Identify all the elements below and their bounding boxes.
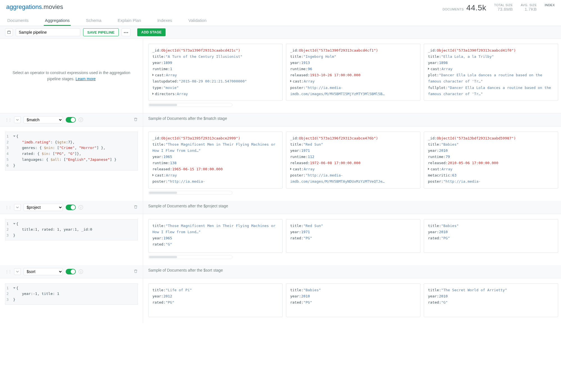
- stage-enabled-toggle[interactable]: [66, 269, 76, 274]
- tab-indexes[interactable]: Indexes: [156, 16, 173, 26]
- document-card[interactable]: title:"Babies"year:2010rated:"PG": [286, 283, 420, 317]
- stage-operator-select[interactable]: $project: [24, 204, 63, 211]
- document-card[interactable]: title:"Life of Pi"year:2012rated:"PG": [148, 283, 283, 317]
- stage-project: ⋮⋮$projectiSample of Documents after the…: [0, 201, 561, 265]
- open-pipeline-icon[interactable]: [5, 28, 13, 36]
- tab-schema[interactable]: Schema: [85, 16, 102, 26]
- breadcrumb: aggregations.movies: [6, 3, 63, 11]
- stage-operator-select[interactable]: $match: [24, 116, 63, 123]
- svg-rect-0: [8, 31, 11, 34]
- learn-more-link[interactable]: Learn more: [75, 77, 96, 81]
- sample-label: Sample of Documents after the $match sta…: [143, 113, 561, 126]
- stat-total-size: TOTAL SIZE 73.8MB: [494, 3, 513, 12]
- sample-label: Sample of Documents after the $sort stag…: [143, 265, 561, 278]
- info-icon[interactable]: i: [79, 205, 83, 210]
- document-card[interactable]: _id:ObjectId("573a1390f29313caabcd41f0")…: [424, 44, 558, 101]
- stage-code-editor[interactable]: 123{ year:-1, title: 1 }: [5, 283, 138, 305]
- toolbar: SAVE PIPELINE ••• ADD STAGE: [0, 26, 561, 39]
- save-pipeline-button[interactable]: SAVE PIPELINE: [83, 28, 119, 36]
- expand-caret-icon[interactable]: [152, 74, 154, 76]
- tab-validation[interactable]: Validation: [187, 16, 208, 26]
- drag-handle-icon[interactable]: ⋮⋮: [5, 118, 11, 122]
- collapse-stage-button[interactable]: [14, 116, 21, 123]
- add-stage-button[interactable]: ADD STAGE: [137, 28, 165, 36]
- drag-handle-icon[interactable]: ⋮⋮: [5, 269, 11, 274]
- document-card[interactable]: _id:ObjectId("573a1395f29313caabce2999")…: [148, 132, 283, 189]
- expand-caret-icon[interactable]: [152, 93, 154, 95]
- document-card[interactable]: title:"The Secret World of Arrietty"year…: [424, 283, 558, 317]
- tab-aggregations[interactable]: Aggregations: [44, 16, 71, 26]
- horizontal-scrollbar[interactable]: [148, 255, 232, 259]
- tab-documents[interactable]: Documents: [6, 16, 30, 26]
- breadcrumb-collection: movies: [43, 3, 63, 10]
- document-card[interactable]: _id:ObjectId("573a13bdf29313caabd59987")…: [424, 132, 558, 189]
- expand-caret-icon[interactable]: [152, 174, 154, 176]
- expand-caret-icon[interactable]: [290, 80, 292, 82]
- drag-handle-icon[interactable]: ⋮⋮: [5, 205, 11, 209]
- document-card[interactable]: _id:ObjectId("573a1390f29313caabcd4cf1")…: [286, 44, 420, 101]
- sample-label: Sample of Documents after the $project s…: [143, 201, 561, 214]
- stage-code-editor[interactable]: 123{ title:1, rated: 1, year:1, _id:0 }: [5, 219, 138, 240]
- more-options-button[interactable]: •••: [122, 28, 130, 36]
- stat-avg-size: AVG. SIZE 1.7KB: [521, 3, 537, 12]
- delete-stage-button[interactable]: [134, 269, 138, 274]
- intro-text: Select an operator to construct expressi…: [0, 39, 143, 113]
- stage-match: ⋮⋮$matchiSample of Documents after the $…: [0, 113, 561, 201]
- expand-caret-icon[interactable]: [290, 168, 292, 170]
- tabs: DocumentsAggregationsSchemaExplain PlanI…: [6, 16, 555, 26]
- expand-caret-icon[interactable]: [428, 168, 429, 170]
- horizontal-scrollbar[interactable]: [148, 103, 232, 107]
- document-card[interactable]: title:"Those Magnificent Men in Their Fl…: [148, 219, 283, 253]
- delete-stage-button[interactable]: [134, 205, 138, 210]
- horizontal-scrollbar[interactable]: [148, 191, 232, 195]
- document-card[interactable]: _id:ObjectId("573a1390f29313caabcd421c")…: [148, 44, 283, 101]
- info-icon[interactable]: i: [79, 118, 83, 122]
- document-card[interactable]: title:"Red Sun"year:1971rated:"PG": [286, 219, 420, 253]
- info-icon[interactable]: i: [79, 269, 83, 274]
- stat-documents: DOCUMENTS 44.5k: [443, 3, 486, 12]
- document-card[interactable]: _id:ObjectId("573a1396f29313caabce476b")…: [286, 132, 420, 189]
- tab-explain-plan[interactable]: Explain Plan: [116, 16, 142, 26]
- collapse-stage-button[interactable]: [14, 204, 21, 211]
- expand-caret-icon[interactable]: [428, 68, 429, 70]
- pipeline-name-input[interactable]: [16, 28, 80, 36]
- stage-operator-select[interactable]: $sort: [24, 268, 63, 275]
- document-card[interactable]: title:"Babies"year:2010rated:"PG": [424, 219, 558, 253]
- breadcrumb-db[interactable]: aggregations: [6, 3, 42, 10]
- stage-enabled-toggle[interactable]: [66, 117, 76, 123]
- stage-code-editor[interactable]: 123456{ "imdb.rating": {$gte:7}, genres:…: [5, 132, 138, 171]
- stat-indexes: INDEX: [545, 3, 555, 7]
- stage-sort: ⋮⋮$sortiSample of Documents after the $s…: [0, 265, 561, 323]
- stage-enabled-toggle[interactable]: [66, 205, 76, 210]
- delete-stage-button[interactable]: [134, 117, 138, 122]
- collapse-stage-button[interactable]: [14, 268, 21, 275]
